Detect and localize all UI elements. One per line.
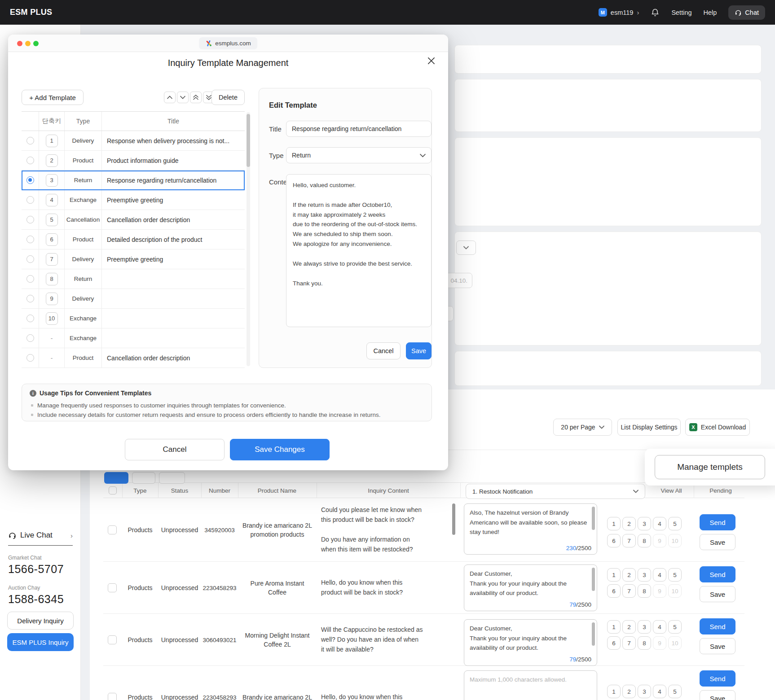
page-chip-2[interactable]: 2 [622, 517, 636, 530]
page-chip-4[interactable]: 4 [653, 685, 666, 698]
template-row[interactable]: -Exchange [22, 328, 245, 348]
save-button[interactable]: Save [700, 690, 735, 700]
send-button[interactable]: Send [700, 514, 735, 530]
select-all-checkbox[interactable] [109, 486, 117, 494]
template-radio[interactable] [26, 354, 34, 362]
chat-button[interactable]: Chat [728, 5, 765, 20]
excel-download-button[interactable]: X Excel Download [685, 419, 750, 436]
menu-setting[interactable]: Setting [671, 9, 691, 16]
live-chat-link[interactable]: Live Chat › [8, 531, 73, 540]
reply-template-dropdown[interactable]: 1. Restock Notification [466, 484, 645, 499]
template-scrollbar-thumb[interactable] [247, 114, 250, 167]
row-checkbox[interactable] [108, 525, 117, 534]
close-traffic-light[interactable] [17, 41, 22, 46]
manage-templates-button[interactable]: Manage templets [655, 455, 765, 479]
page-chip-2[interactable]: 2 [622, 568, 636, 582]
edit-cancel-button[interactable]: Cancel [366, 342, 401, 359]
row-checkbox[interactable] [108, 583, 117, 592]
send-button[interactable]: Send [700, 618, 735, 634]
delete-button[interactable]: Delete [211, 90, 245, 105]
page-chip-5[interactable]: 5 [668, 620, 682, 634]
modal-cancel-button[interactable]: Cancel [125, 439, 225, 460]
reply-textarea[interactable]: Dear Customer, Thank you for your inquir… [464, 564, 597, 611]
reply-textarea[interactable]: Dear Customer, Thank you for your inquir… [464, 619, 597, 666]
reply-scrollbar-thumb[interactable] [592, 622, 595, 646]
list-display-settings-button[interactable]: List Display Settings [617, 419, 681, 436]
template-row[interactable]: 4ExchangePreemptive greeting [22, 190, 245, 210]
page-chip-8[interactable]: 8 [638, 534, 651, 547]
edit-save-button[interactable]: Save [406, 342, 432, 359]
filter-tab[interactable] [159, 472, 185, 484]
template-radio[interactable] [26, 196, 34, 204]
page-chip-4[interactable]: 4 [653, 568, 666, 582]
esm-plus-inquiry-button[interactable]: ESM PLUS Inquiry [7, 633, 74, 651]
page-chip-3[interactable]: 3 [638, 517, 651, 530]
row-checkbox[interactable] [108, 693, 117, 700]
template-row[interactable]: 7DeliveryPreemptive greeting [22, 249, 245, 269]
template-radio[interactable] [26, 334, 34, 342]
minimize-traffic-light[interactable] [25, 41, 31, 46]
filter-tab[interactable] [132, 472, 155, 484]
account-menu[interactable]: M esm119 › [599, 8, 639, 17]
background-dropdown[interactable] [456, 241, 476, 255]
template-radio[interactable] [26, 236, 34, 243]
template-row[interactable]: 2ProductProduct information guide [22, 151, 245, 171]
delivery-inquiry-button[interactable]: Delivery Inquiry [7, 612, 74, 630]
page-chip-5[interactable]: 5 [668, 685, 682, 698]
page-chip-1[interactable]: 1 [607, 568, 621, 582]
move-down-button[interactable] [177, 92, 189, 103]
page-chip-7[interactable]: 7 [622, 534, 636, 547]
save-button[interactable]: Save [700, 638, 735, 654]
save-button[interactable]: Save [700, 586, 735, 602]
template-radio[interactable] [26, 176, 34, 184]
move-up-button[interactable] [164, 92, 176, 103]
title-input[interactable]: Response regarding return/cancellation [286, 121, 432, 137]
reply-scrollbar-thumb[interactable] [592, 507, 595, 530]
template-radio[interactable] [26, 157, 34, 164]
per-page-select[interactable]: 20 per Page [553, 419, 612, 436]
template-row[interactable]: -ProductCancellation order description [22, 348, 245, 368]
page-chip-8[interactable]: 8 [638, 636, 651, 650]
maximize-traffic-light[interactable] [33, 41, 39, 46]
reply-textarea[interactable]: Maximum 1,000 characters allowed. [464, 670, 597, 700]
bell-icon[interactable] [651, 8, 660, 17]
page-chip-6[interactable]: 6 [607, 584, 621, 598]
template-row[interactable]: 3ReturnResponse regarding return/cancell… [22, 171, 245, 190]
template-radio[interactable] [26, 275, 34, 283]
page-chip-5[interactable]: 5 [668, 568, 682, 582]
page-chip-4[interactable]: 4 [653, 517, 666, 530]
page-chip-6[interactable]: 6 [607, 636, 621, 650]
send-button[interactable]: Send [700, 566, 735, 582]
page-chip-1[interactable]: 1 [607, 517, 621, 530]
template-row[interactable]: 9Delivery [22, 289, 245, 309]
row-checkbox[interactable] [108, 635, 117, 644]
save-changes-button[interactable]: Save Changes [230, 439, 330, 460]
page-chip-1[interactable]: 1 [607, 685, 621, 698]
close-icon[interactable] [425, 54, 437, 67]
page-chip-1[interactable]: 1 [607, 620, 621, 634]
template-row[interactable]: 1DeliveryResponse when delivery processi… [22, 131, 245, 151]
page-chip-7[interactable]: 7 [622, 584, 636, 598]
page-chip-2[interactable]: 2 [622, 620, 636, 634]
menu-help[interactable]: Help [704, 9, 717, 16]
reply-textarea[interactable]: Also, The hazelnut version of Brandy Ame… [464, 503, 597, 555]
template-radio[interactable] [26, 255, 34, 263]
send-button[interactable]: Send [700, 670, 735, 687]
save-button[interactable]: Save [700, 534, 735, 550]
template-row[interactable]: 6ProductDetailed description of the prod… [22, 230, 245, 249]
content-textarea[interactable]: Hello, valued customer. If the return is… [286, 174, 432, 327]
page-chip-7[interactable]: 7 [622, 636, 636, 650]
page-chip-8[interactable]: 8 [638, 584, 651, 598]
type-select[interactable]: Return [286, 147, 432, 163]
page-chip-2[interactable]: 2 [622, 685, 636, 698]
template-radio[interactable] [26, 137, 34, 144]
page-chip-4[interactable]: 4 [653, 620, 666, 634]
template-radio[interactable] [26, 295, 34, 302]
add-template-button[interactable]: + Add Template [22, 90, 84, 105]
template-row[interactable]: 10Exchange [22, 309, 245, 328]
template-row[interactable]: 8Return [22, 269, 245, 289]
page-chip-3[interactable]: 3 [638, 568, 651, 582]
template-radio[interactable] [26, 216, 34, 223]
reply-scrollbar-thumb[interactable] [592, 568, 595, 591]
template-radio[interactable] [26, 315, 34, 322]
